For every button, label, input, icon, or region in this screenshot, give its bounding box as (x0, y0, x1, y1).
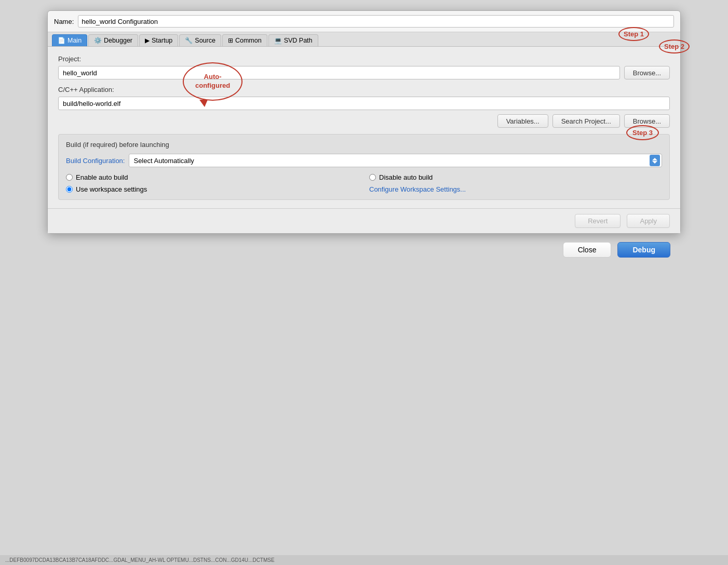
step1-callout: Step 1 (618, 27, 649, 41)
disable-auto-label[interactable]: Disable auto build (379, 173, 433, 181)
revert-button[interactable]: Revert (575, 214, 621, 228)
tab-debugger[interactable]: ⚙️ Debugger (88, 34, 138, 46)
debug-button[interactable]: Debug (617, 242, 670, 258)
step3-callout: Step 3 (626, 125, 659, 140)
tab-source[interactable]: 🔧 Source (179, 34, 221, 46)
project-row: Browse... (58, 66, 670, 79)
common-tab-icon: ⊞ (228, 37, 233, 44)
project-label: Project: (58, 55, 670, 63)
close-button[interactable]: Close (563, 242, 612, 258)
build-config-select[interactable]: Select AutomaticallyDebugRelease (129, 154, 662, 167)
apply-button[interactable]: Apply (627, 214, 670, 228)
project-input[interactable] (58, 66, 620, 79)
enable-auto-label[interactable]: Enable auto build (76, 173, 128, 181)
project-browse-button[interactable]: Browse... (624, 66, 670, 79)
enable-auto-radio[interactable] (66, 174, 73, 181)
configure-workspace-link[interactable]: Configure Workspace Settings... (369, 185, 466, 193)
radio-group: Enable auto build Disable auto build Use… (66, 173, 662, 193)
app-buttons-row: Variables... Search Project... Browse... (58, 114, 670, 128)
radio-enable-auto: Enable auto build (66, 173, 359, 181)
tabs-bar: 📄 Main ⚙️ Debugger ▶ Startup 🔧 Source ⊞ … (48, 32, 680, 47)
radio-workspace: Use workspace settings (66, 185, 359, 193)
action-bar: Revert Apply (48, 208, 680, 233)
build-config-link[interactable]: Build Configuration: (66, 157, 125, 165)
source-tab-icon: 🔧 (185, 37, 193, 44)
build-config-row: Build Configuration: Select Automaticall… (66, 154, 662, 167)
tab-main[interactable]: 📄 Main (52, 34, 87, 46)
build-section: Build (if required) before launching Ste… (58, 134, 670, 200)
workspace-label[interactable]: Use workspace settings (76, 185, 147, 193)
disable-auto-radio[interactable] (369, 174, 376, 181)
tab-svd-path[interactable]: 💻 SVD Path (268, 34, 318, 46)
variables-button[interactable]: Variables... (497, 114, 548, 128)
build-config-select-wrapper: Select AutomaticallyDebugRelease (129, 154, 662, 167)
main-tab-icon: 📄 (58, 37, 65, 44)
tab-common[interactable]: ⊞ Common (222, 34, 267, 46)
app-input[interactable] (58, 97, 670, 110)
build-section-title: Build (if required) before launching (66, 141, 662, 149)
auto-configured-bubble: Auto- configured (183, 62, 242, 101)
name-bar: Name: (48, 11, 680, 32)
tab-startup[interactable]: ▶ Startup (139, 34, 178, 46)
svd-tab-icon: 💻 (274, 37, 282, 44)
app-label: C/C++ Application: (58, 86, 670, 93)
search-project-button[interactable]: Search Project... (552, 114, 620, 128)
configure-workspace-item: Configure Workspace Settings... (369, 185, 662, 193)
status-bar: ...DEFB0097DCDA13BCA13B7CA18AFDDC...GDAL… (0, 555, 728, 565)
radio-disable-auto: Disable auto build (369, 173, 662, 181)
main-content: Auto- configured Project: Browse... C/C+… (48, 47, 680, 208)
workspace-radio[interactable] (66, 186, 73, 193)
dialog: Name: 📄 Main ⚙️ Debugger ▶ Startup 🔧 Sou… (47, 10, 681, 234)
startup-tab-icon: ▶ (145, 37, 150, 44)
debugger-tab-icon: ⚙️ (94, 37, 102, 44)
dialog-footer: Close Debug (47, 234, 681, 266)
name-input[interactable] (78, 15, 674, 28)
name-label: Name: (54, 18, 74, 25)
